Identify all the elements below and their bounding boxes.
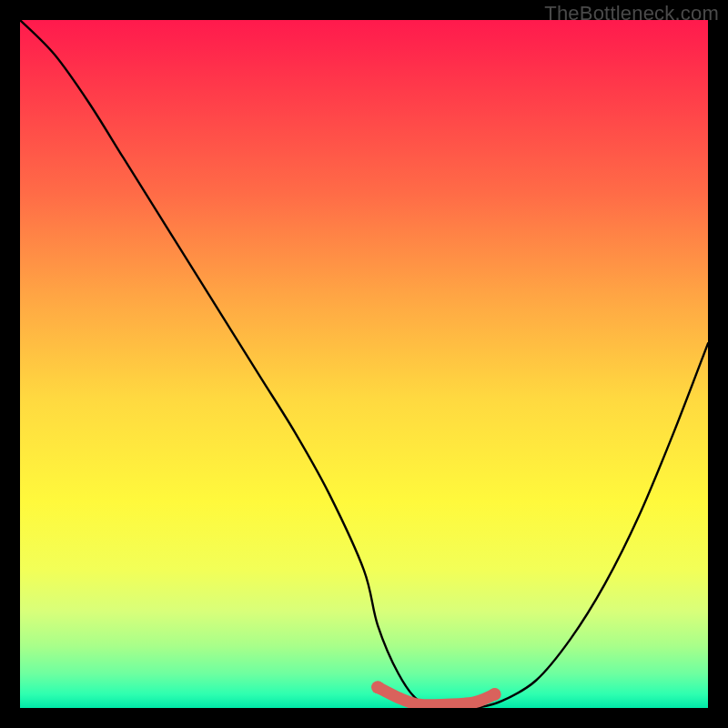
bottleneck-chart (20, 20, 708, 708)
marker-dot-end (489, 688, 501, 701)
bottleneck-curve (20, 20, 708, 708)
marker-dot-start (371, 681, 384, 693)
optimal-zone-marker (378, 687, 495, 705)
watermark-text: TheBottleneck.com (544, 2, 719, 25)
